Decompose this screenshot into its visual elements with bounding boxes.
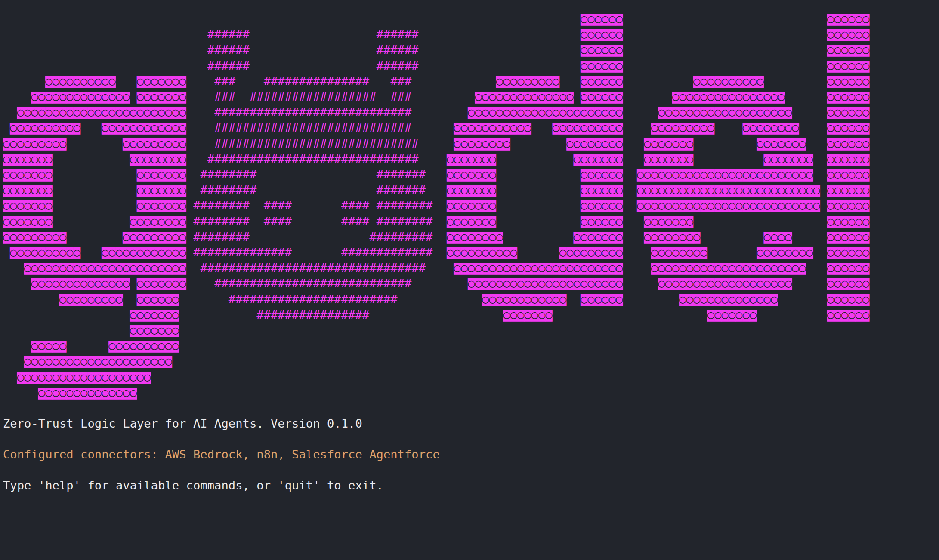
ascii-logo: ◙◙◙◙◙◙ ◙◙◙◙◙◙ ###### ###### ◙◙◙◙◙◙ ◙◙◙◙◙… — [3, 11, 939, 400]
connectors-text: Configured connectors: AWS Bedrock, n8n,… — [3, 447, 939, 462]
tagline-text: Zero-Trust Logic Layer for AI Agents. Ve… — [3, 416, 939, 431]
help-hint-text: Type 'help' for available commands, or '… — [3, 478, 939, 493]
terminal-screen[interactable]: ◙◙◙◙◙◙ ◙◙◙◙◙◙ ###### ###### ◙◙◙◙◙◙ ◙◙◙◙◙… — [3, 11, 939, 494]
